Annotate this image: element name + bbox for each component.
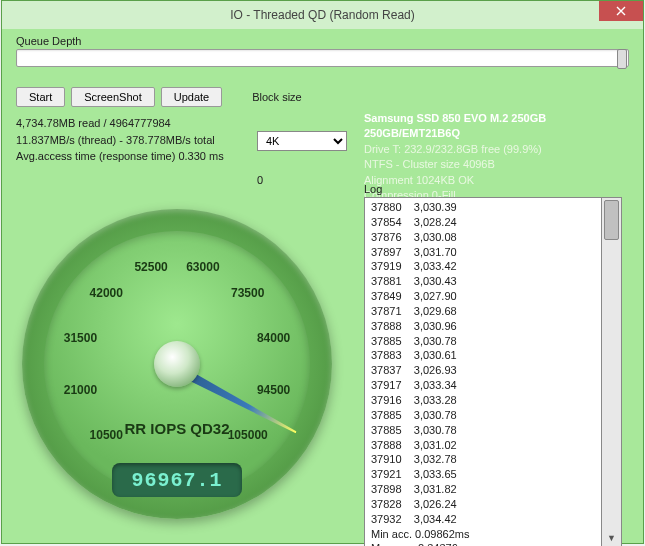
log-content[interactable]: 37880 3,030.3937854 3,028.2437876 3,030.… bbox=[364, 197, 602, 546]
log-row: 37885 3,030.78 bbox=[371, 334, 595, 349]
gauge-tick: 94500 bbox=[257, 383, 290, 397]
scroll-down-icon[interactable]: ▼ bbox=[602, 530, 621, 546]
block-size-label: Block size bbox=[252, 91, 302, 103]
drive-name: Samsung SSD 850 EVO M.2 250GB 250GB/EMT2… bbox=[364, 111, 643, 142]
block-size-select[interactable]: 4K bbox=[257, 131, 347, 151]
content-area: Queue Depth Start ScreenShot Update Bloc… bbox=[2, 29, 643, 543]
log-row: 37854 3,028.24 bbox=[371, 215, 595, 230]
close-icon bbox=[616, 6, 626, 16]
update-button[interactable]: Update bbox=[161, 87, 222, 107]
window-title: IO - Threaded QD (Random Read) bbox=[230, 8, 415, 22]
gauge-tick: 21000 bbox=[64, 383, 97, 397]
log-row: 37919 3,033.42 bbox=[371, 259, 595, 274]
log-row: 37921 3,033.65 bbox=[371, 467, 595, 482]
gauge-label: RR IOPS QD32 bbox=[124, 420, 229, 437]
gauge-tick: 42000 bbox=[90, 286, 123, 300]
log-row: 37849 3,027.90 bbox=[371, 289, 595, 304]
log-row: 37876 3,030.08 bbox=[371, 230, 595, 245]
log-row: 37880 3,030.39 bbox=[371, 200, 595, 215]
gauge-bezel: 1050021000315004200052500630007350084000… bbox=[22, 209, 332, 519]
log-row: 37828 3,026.24 bbox=[371, 497, 595, 512]
screenshot-button[interactable]: ScreenShot bbox=[71, 87, 154, 107]
log-row: 37888 3,031.02 bbox=[371, 438, 595, 453]
gauge-tick: 73500 bbox=[231, 286, 264, 300]
log-row: 37917 3,033.34 bbox=[371, 378, 595, 393]
drive-cluster: NTFS - Cluster size 4096B bbox=[364, 157, 643, 172]
gauge-tick: 105000 bbox=[228, 428, 268, 442]
log-min: Min acc. 0.09862ms bbox=[371, 527, 595, 542]
gauge-tick: 84000 bbox=[257, 331, 290, 345]
block-size-select-wrap: 4K bbox=[257, 131, 347, 151]
button-row: Start ScreenShot Update Block size bbox=[16, 87, 629, 107]
log-row: 37881 3,030.43 bbox=[371, 274, 595, 289]
gauge-lcd: 96967.1 bbox=[112, 463, 242, 497]
log-row: 37888 3,030.96 bbox=[371, 319, 595, 334]
log-label: Log bbox=[364, 183, 382, 195]
log-row: 37883 3,030.61 bbox=[371, 348, 595, 363]
log-row: 37898 3,031.82 bbox=[371, 482, 595, 497]
log-scrollbar[interactable]: ▲ ▼ bbox=[602, 197, 622, 546]
drive-align: Alignment 1024KB OK bbox=[364, 173, 643, 188]
log-max: Max acc. 2.34376ms bbox=[371, 541, 595, 546]
titlebar: IO - Threaded QD (Random Read) bbox=[2, 1, 643, 29]
slider-thumb[interactable] bbox=[617, 49, 627, 69]
log-row: 37837 3,026.93 bbox=[371, 363, 595, 378]
scroll-thumb[interactable] bbox=[604, 200, 619, 240]
log-row: 37885 3,030.78 bbox=[371, 408, 595, 423]
log-row: 37871 3,029.68 bbox=[371, 304, 595, 319]
close-button[interactable] bbox=[599, 1, 643, 21]
zero-value: 0 bbox=[257, 174, 263, 186]
log-row: 37897 3,031.70 bbox=[371, 245, 595, 260]
iops-gauge: 1050021000315004200052500630007350084000… bbox=[22, 209, 332, 519]
gauge-tick: 10500 bbox=[90, 428, 123, 442]
queue-depth-label: Queue Depth bbox=[16, 35, 629, 47]
gauge-tick: 52500 bbox=[134, 260, 167, 274]
gauge-tick: 31500 bbox=[64, 331, 97, 345]
app-window: IO - Threaded QD (Random Read) Queue Dep… bbox=[1, 0, 644, 544]
start-button[interactable]: Start bbox=[16, 87, 65, 107]
log-panel: Log 37880 3,030.3937854 3,028.2437876 3,… bbox=[364, 197, 624, 546]
drive-info: Samsung SSD 850 EVO M.2 250GB 250GB/EMT2… bbox=[364, 111, 643, 203]
gauge-tick: 63000 bbox=[186, 260, 219, 274]
log-row: 37910 3,032.78 bbox=[371, 452, 595, 467]
gauge-hub bbox=[154, 341, 200, 387]
queue-depth-slider[interactable] bbox=[16, 49, 629, 67]
log-row: 37916 3,033.28 bbox=[371, 393, 595, 408]
log-row: 37885 3,030.78 bbox=[371, 423, 595, 438]
drive-free: Drive T: 232.9/232.8GB free (99.9%) bbox=[364, 142, 643, 157]
log-row: 37932 3,034.42 bbox=[371, 512, 595, 527]
